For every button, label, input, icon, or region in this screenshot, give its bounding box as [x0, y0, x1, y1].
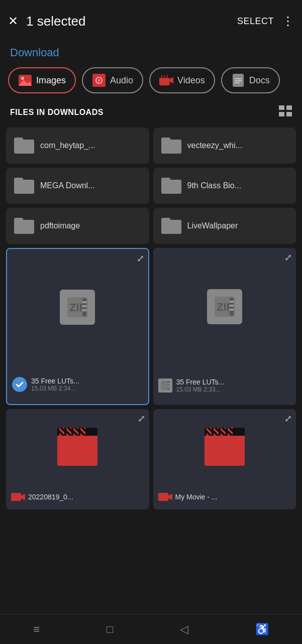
header: ✕ 1 selected SELECT ⋮ — [0, 0, 302, 42]
doc-icon — [231, 73, 245, 87]
tab-audio-label: Audio — [110, 75, 133, 86]
file-info: My Movie - ... — [153, 484, 296, 509]
nav-home-button[interactable]: □ — [107, 623, 113, 636]
folder-icon — [161, 218, 181, 234]
file-thumb-icon — [158, 378, 172, 393]
image-icon — [18, 73, 32, 87]
list-item[interactable]: LiveWallpaper — [153, 208, 296, 244]
expand-icon[interactable]: ⤢ — [138, 413, 145, 424]
folder-name: 9th Class Bio... — [187, 181, 288, 190]
tab-audio[interactable]: Audio — [82, 67, 143, 93]
svg-rect-34 — [167, 383, 169, 384]
nav-back-button[interactable]: ◁ — [180, 623, 188, 636]
file-name: 35 Free LUTs... — [176, 378, 291, 386]
file-info: 35 Free LUTs... 15.03 MB 2:33... — [153, 366, 296, 405]
svg-rect-31 — [230, 309, 234, 311]
svg-rect-39 — [158, 493, 168, 501]
list-item[interactable]: pdftoimage — [6, 208, 149, 244]
nav-menu-button[interactable]: ≡ — [33, 623, 40, 636]
folder-icon — [14, 178, 34, 194]
selected-check-icon — [12, 377, 27, 392]
svg-rect-35 — [167, 385, 169, 386]
download-link[interactable]: Download — [0, 42, 302, 67]
svg-rect-18 — [279, 112, 284, 116]
file-preview: ⤢ — [153, 409, 296, 484]
svg-point-5 — [98, 79, 100, 81]
file-name: 20220819_0... — [28, 493, 144, 501]
tab-docs-label: Docs — [249, 75, 270, 86]
section-header: FILES IN DOWNLOADS — [0, 101, 302, 127]
file-info: 35 Free LUTs... 15.03 MB 2:34... — [7, 365, 148, 404]
nav-accessibility-button[interactable]: ♿ — [255, 623, 269, 636]
folder-name: MEGA Downl... — [40, 181, 141, 190]
table-row[interactable]: ⤢ ZIP 35 Free LUTs... 15.03 — [6, 248, 149, 405]
folder-icon — [161, 138, 181, 154]
file-preview: ⤢ ZIP — [7, 249, 148, 365]
list-item[interactable]: com_heytap_... — [6, 127, 149, 164]
svg-rect-30 — [230, 305, 234, 307]
svg-rect-19 — [286, 112, 292, 116]
svg-point-1 — [21, 77, 24, 80]
file-preview: ⤢ ZIP — [153, 248, 296, 366]
svg-rect-24 — [82, 305, 86, 307]
folder-icon — [161, 178, 181, 194]
file-name: 35 Free LUTs... — [31, 377, 143, 385]
svg-rect-23 — [82, 301, 86, 303]
more-options-button[interactable]: ⋮ — [282, 14, 294, 28]
list-item[interactable]: MEGA Downl... — [6, 168, 149, 204]
header-title: 1 selected — [26, 14, 237, 29]
table-row[interactable]: ⤢ 2022 — [6, 409, 149, 509]
section-title: FILES IN DOWNLOADS — [10, 108, 104, 117]
table-row[interactable]: ⤢ My Movie - — [153, 409, 296, 509]
select-button[interactable]: SELECT — [237, 16, 274, 27]
grid-view-button[interactable] — [279, 105, 292, 119]
filter-tabs: Images Audio Videos — [0, 67, 302, 101]
file-info: 20220819_0... — [6, 484, 149, 509]
tab-docs[interactable]: Docs — [221, 67, 280, 93]
close-button[interactable]: ✕ — [8, 14, 18, 28]
tab-videos[interactable]: Videos — [149, 67, 215, 93]
file-details: 35 Free LUTs... 15.03 MB 2:33... — [176, 378, 291, 393]
tab-images-label: Images — [36, 75, 66, 86]
folder-name: pdftoimage — [40, 221, 141, 230]
file-preview: ⤢ — [6, 409, 149, 484]
file-name: My Movie - ... — [175, 493, 291, 501]
zip-file-icon: ZIP — [60, 290, 95, 325]
folder-icon — [14, 138, 34, 154]
svg-rect-16 — [279, 105, 284, 110]
folder-name: LiveWallpaper — [187, 221, 288, 230]
video-icon — [159, 73, 173, 87]
zip-file-icon: ZIP — [207, 289, 242, 324]
file-meta: 15.03 MB 2:33... — [176, 386, 291, 393]
tab-images[interactable]: Images — [8, 67, 76, 93]
folder-icon — [14, 218, 34, 234]
file-meta: 15.03 MB 2:34... — [31, 385, 143, 392]
expand-icon[interactable]: ⤢ — [284, 413, 292, 424]
svg-marker-40 — [168, 494, 172, 500]
folder-name: com_heytap_... — [40, 141, 141, 150]
svg-rect-29 — [230, 301, 234, 303]
expand-icon[interactable]: ⤢ — [137, 253, 144, 264]
svg-rect-36 — [167, 387, 169, 388]
table-row[interactable]: ⤢ ZIP — [153, 248, 296, 405]
audio-icon — [92, 73, 106, 87]
svg-marker-38 — [21, 494, 25, 500]
svg-rect-37 — [11, 493, 21, 501]
tab-videos-label: Videos — [177, 75, 205, 86]
list-item[interactable]: 9th Class Bio... — [153, 168, 296, 204]
list-item[interactable]: vecteezy_whi... — [153, 127, 296, 164]
svg-rect-17 — [286, 105, 292, 110]
file-grid: com_heytap_... vecteezy_whi... MEGA Down… — [0, 127, 302, 509]
svg-marker-7 — [170, 77, 173, 83]
svg-rect-25 — [82, 309, 86, 311]
file-details: 35 Free LUTs... 15.03 MB 2:34... — [31, 377, 143, 392]
bottom-navigation: ≡ □ ◁ ♿ — [0, 614, 302, 644]
folder-name: vecteezy_whi... — [187, 141, 288, 150]
expand-icon[interactable]: ⤢ — [284, 252, 292, 263]
